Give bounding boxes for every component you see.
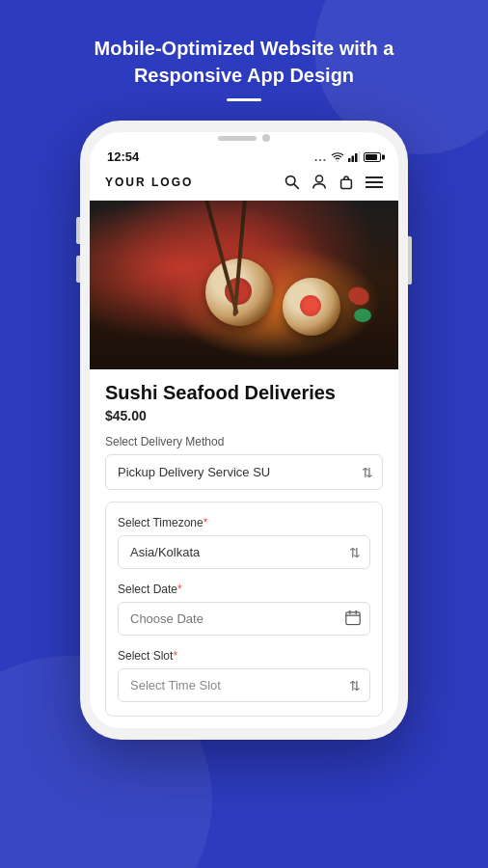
timezone-required-star: *: [203, 516, 208, 529]
options-box: Select Timezone* Asia/Kolkata UTC Americ…: [105, 502, 383, 717]
camera-dot: [262, 134, 270, 142]
navbar: YOUR LOGO: [90, 168, 398, 201]
user-icon[interactable]: [312, 174, 327, 190]
volume-up-button: [76, 217, 80, 244]
product-image: [90, 201, 398, 369]
timezone-label: Select Timezone*: [118, 516, 370, 529]
page-heading: Mobile-Optimized Website with a Responsi…: [56, 35, 433, 89]
slot-required-star: *: [173, 649, 177, 663]
ginger-garnish: [346, 285, 372, 308]
timezone-select[interactable]: Asia/Kolkata UTC America/New_York: [118, 535, 370, 569]
product-title: Sushi Seafood Deliveries: [105, 381, 383, 404]
date-input[interactable]: [118, 602, 370, 636]
phone-mockup: 12:54 ...: [80, 121, 408, 740]
delivery-method-select[interactable]: Pickup Delivery Service SU Home Delivery: [105, 454, 383, 490]
svg-rect-7: [341, 179, 352, 188]
timezone-wrapper: Asia/Kolkata UTC America/New_York ⇅: [118, 535, 370, 569]
camera-notch: [90, 132, 398, 142]
power-button: [408, 236, 412, 285]
product-content: Sushi Seafood Deliveries $45.00 Select D…: [90, 369, 398, 728]
slot-wrapper: Select Time Slot 10:00 AM - 12:00 PM 2:0…: [118, 668, 370, 702]
date-label: Select Date*: [118, 583, 370, 596]
timezone-group: Select Timezone* Asia/Kolkata UTC Americ…: [118, 516, 370, 569]
header-divider: [227, 98, 261, 101]
svg-rect-0: [348, 158, 351, 162]
phone-screen: 12:54 ...: [90, 132, 398, 728]
menu-icon[interactable]: [366, 176, 383, 189]
status-dots: ...: [314, 150, 327, 164]
svg-rect-2: [355, 153, 358, 162]
slot-group: Select Slot* Select Time Slot 10:00 AM -…: [118, 649, 370, 702]
status-time: 12:54: [107, 149, 139, 164]
product-price: $45.00: [105, 408, 383, 423]
delivery-method-label: Select Delivery Method: [105, 435, 383, 448]
signal-icon: [348, 151, 360, 162]
slot-label: Select Slot*: [118, 649, 370, 663]
search-icon[interactable]: [284, 174, 300, 190]
svg-rect-1: [352, 156, 355, 163]
battery-icon: [364, 152, 381, 162]
date-wrapper: [118, 602, 370, 636]
svg-rect-3: [359, 151, 361, 162]
delivery-method-wrapper: Pickup Delivery Service SU Home Delivery…: [105, 454, 383, 490]
slot-select[interactable]: Select Time Slot 10:00 AM - 12:00 PM 2:0…: [118, 668, 370, 702]
svg-point-6: [316, 176, 323, 182]
sushi-topping-2: [300, 295, 321, 316]
volume-down-button: [76, 256, 80, 283]
status-icons: ...: [314, 150, 381, 164]
logo: YOUR LOGO: [105, 176, 193, 189]
sushi-roll-2: [283, 278, 340, 336]
wasabi-garnish: [354, 309, 371, 322]
date-group: Select Date*: [118, 583, 370, 636]
wifi-icon: [331, 151, 344, 162]
status-bar: 12:54 ...: [90, 142, 398, 168]
speaker-grille: [218, 136, 257, 141]
nav-icons: [284, 174, 383, 190]
bag-icon[interactable]: [339, 174, 354, 190]
date-required-star: *: [177, 583, 182, 596]
svg-line-5: [294, 184, 298, 188]
